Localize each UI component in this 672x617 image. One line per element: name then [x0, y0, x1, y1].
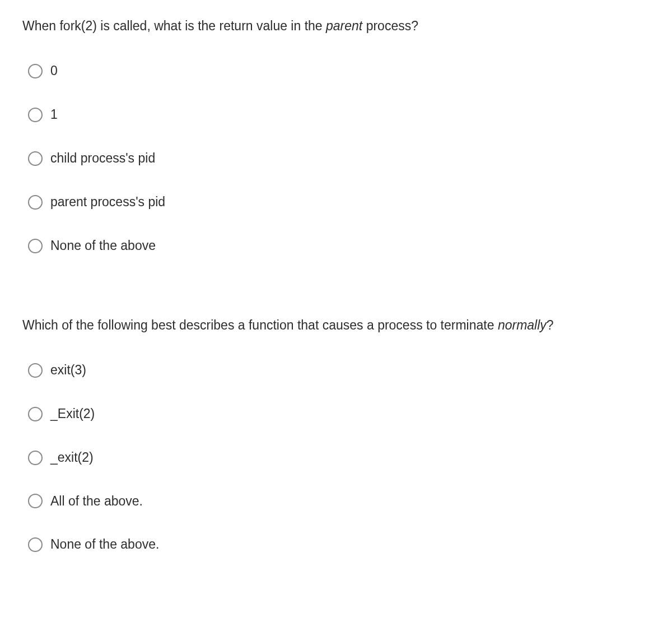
- options-list-1: 0 1 child process's pid parent process's…: [22, 63, 650, 254]
- option-label: parent process's pid: [50, 194, 165, 211]
- radio-icon[interactable]: [28, 363, 43, 378]
- question-prompt-italic: normally: [498, 318, 547, 332]
- option-row[interactable]: child process's pid: [28, 150, 650, 167]
- question-prompt-prefix: When fork(2) is called, what is the retu…: [22, 18, 326, 33]
- question-prompt-suffix: process?: [362, 18, 418, 33]
- option-row[interactable]: None of the above: [28, 238, 650, 254]
- option-row[interactable]: exit(3): [28, 362, 650, 379]
- option-label: exit(3): [50, 362, 86, 379]
- radio-icon[interactable]: [28, 64, 43, 78]
- option-row[interactable]: All of the above.: [28, 493, 650, 510]
- option-row[interactable]: parent process's pid: [28, 194, 650, 211]
- option-row[interactable]: 1: [28, 106, 650, 123]
- question-prompt-prefix: Which of the following best describes a …: [22, 318, 498, 332]
- question-block-1: When fork(2) is called, what is the retu…: [22, 17, 650, 254]
- option-row[interactable]: 0: [28, 63, 650, 80]
- radio-icon[interactable]: [28, 537, 43, 552]
- radio-icon[interactable]: [28, 151, 43, 166]
- option-row[interactable]: None of the above.: [28, 536, 650, 553]
- option-label: _Exit(2): [50, 406, 95, 423]
- option-label: None of the above.: [50, 536, 159, 553]
- options-list-2: exit(3) _Exit(2) _exit(2) All of the abo…: [22, 362, 650, 553]
- question-prompt-suffix: ?: [547, 318, 554, 332]
- option-label: child process's pid: [50, 150, 155, 167]
- radio-icon[interactable]: [28, 108, 43, 122]
- option-label: None of the above: [50, 238, 156, 254]
- radio-icon[interactable]: [28, 494, 43, 508]
- radio-icon[interactable]: [28, 407, 43, 421]
- option-label: 1: [50, 106, 58, 123]
- question-prompt-italic: parent: [326, 18, 362, 33]
- option-label: All of the above.: [50, 493, 143, 510]
- question-block-2: Which of the following best describes a …: [22, 316, 650, 554]
- option-row[interactable]: _Exit(2): [28, 406, 650, 423]
- option-row[interactable]: _exit(2): [28, 449, 650, 466]
- question-prompt-2: Which of the following best describes a …: [22, 316, 650, 334]
- radio-icon[interactable]: [28, 451, 43, 465]
- option-label: 0: [50, 63, 58, 80]
- question-prompt-1: When fork(2) is called, what is the retu…: [22, 17, 650, 35]
- option-label: _exit(2): [50, 449, 94, 466]
- radio-icon[interactable]: [28, 239, 43, 253]
- radio-icon[interactable]: [28, 195, 43, 210]
